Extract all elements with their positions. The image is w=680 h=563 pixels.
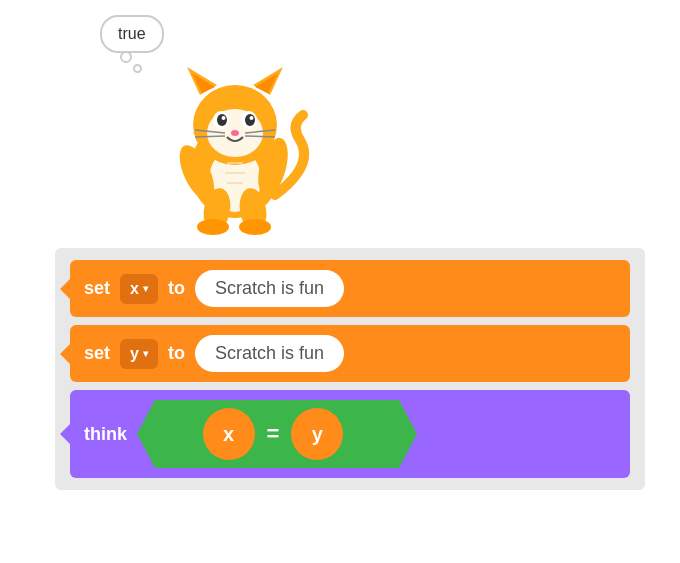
- svg-line-16: [195, 136, 225, 137]
- svg-point-24: [239, 219, 271, 235]
- equals-sign: =: [267, 421, 280, 447]
- cat-svg: [155, 55, 315, 235]
- think-var1[interactable]: x: [203, 408, 255, 460]
- set-y-var-dropdown[interactable]: y ▾: [120, 339, 158, 369]
- set-x-value[interactable]: Scratch is fun: [195, 270, 344, 307]
- cat-sprite: [155, 55, 315, 235]
- think-block: think x = y: [70, 390, 630, 478]
- boolean-equals-block: x = y: [137, 400, 417, 468]
- svg-point-12: [245, 114, 255, 126]
- set-x-block: set x ▾ to Scratch is fun: [70, 260, 630, 317]
- set-x-label: set: [84, 278, 110, 299]
- speech-bubble: true: [100, 15, 164, 53]
- set-y-block: set y ▾ to Scratch is fun: [70, 325, 630, 382]
- set-x-to-label: to: [168, 278, 185, 299]
- bubble-text: true: [118, 25, 146, 42]
- set-y-label: set: [84, 343, 110, 364]
- svg-point-9: [217, 114, 227, 126]
- set-x-var-dropdown[interactable]: x ▾: [120, 274, 158, 304]
- svg-point-14: [231, 130, 239, 136]
- set-x-var-name: x: [130, 280, 139, 298]
- svg-point-23: [197, 219, 229, 235]
- scene: true: [0, 0, 680, 563]
- set-x-dropdown-arrow-icon: ▾: [143, 283, 148, 294]
- svg-point-13: [250, 116, 254, 120]
- set-y-value[interactable]: Scratch is fun: [195, 335, 344, 372]
- svg-point-10: [222, 116, 226, 120]
- set-y-var-name: y: [130, 345, 139, 363]
- set-y-to-label: to: [168, 343, 185, 364]
- blocks-area: set x ▾ to Scratch is fun set y ▾ to Scr…: [55, 248, 645, 490]
- think-var2[interactable]: y: [291, 408, 343, 460]
- svg-line-18: [245, 136, 275, 137]
- set-y-dropdown-arrow-icon: ▾: [143, 348, 148, 359]
- think-label: think: [84, 424, 127, 445]
